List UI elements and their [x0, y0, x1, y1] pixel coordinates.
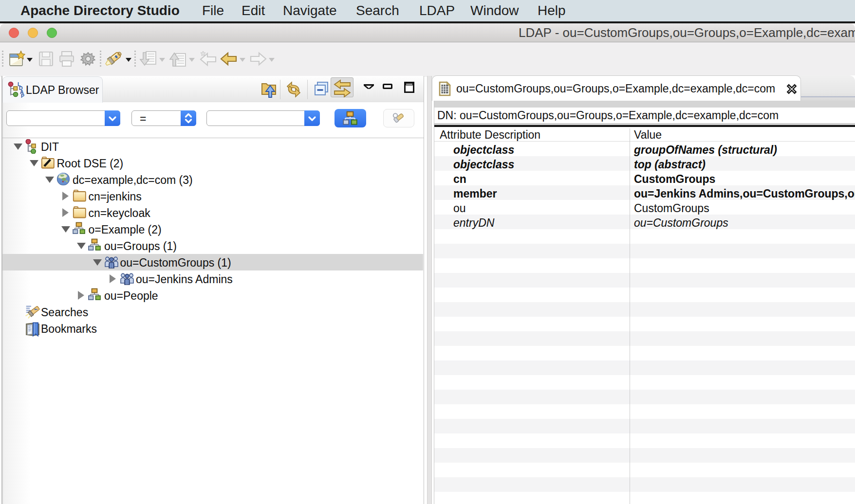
svg-text:P: P	[21, 93, 24, 99]
